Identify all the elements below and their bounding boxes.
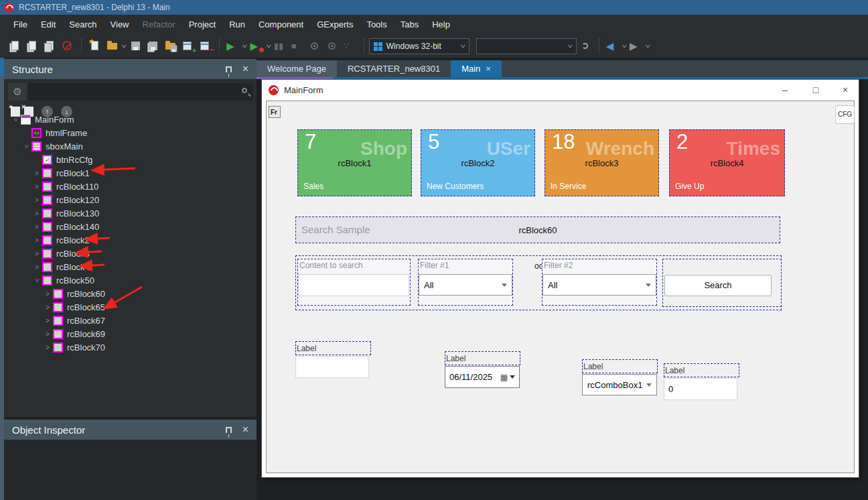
tab-welcome-page[interactable]: Welcome Page [257, 60, 337, 77]
rcblock4[interactable]: 2 Times rcBlock4 Give Up [669, 129, 785, 196]
navigate-forward-icon[interactable]: ▶ [630, 40, 643, 53]
menu-tools[interactable]: Tools [360, 15, 393, 35]
chevron-collapsed-icon[interactable]: > [43, 330, 52, 338]
tab-project[interactable]: RCSTARTER_new8301 [337, 60, 451, 77]
run-dropdown-icon[interactable]: > [240, 44, 250, 48]
field4-label-box[interactable]: Label [664, 363, 739, 377]
chevron-collapsed-icon[interactable]: > [32, 223, 42, 231]
paste-icon[interactable] [9, 40, 22, 53]
menu-view[interactable]: View [104, 15, 136, 35]
platform-selector[interactable]: Windows 32-bit > [369, 38, 469, 54]
chevron-collapsed-icon[interactable]: > [43, 290, 52, 298]
chevron-collapsed-icon[interactable]: > [32, 183, 42, 190]
rccombobox1[interactable]: rcComboBox1 [582, 374, 657, 395]
calendar-icon[interactable]: ▦ [500, 373, 508, 382]
form-close-button[interactable]: × [839, 84, 852, 95]
menu-component[interactable]: Component [252, 15, 310, 35]
menu-tabs[interactable]: Tabs [394, 15, 425, 35]
run-without-debugging-icon[interactable]: ▶ [250, 40, 264, 53]
back-history-dropdown-icon[interactable]: > [620, 44, 629, 48]
tree-item-rcblock130[interactable]: >rcBlock130 [4, 206, 257, 220]
rcblock1[interactable]: 7 Shop rcBlock1 Sales [297, 129, 412, 196]
date-picker[interactable]: 06/11/2025 ▦ [445, 366, 520, 388]
search-sample-header[interactable]: Search Sample rcBlock60 [295, 216, 780, 243]
structure-search-input[interactable] [28, 83, 252, 101]
breakpoints-icon[interactable]: ∵ [344, 40, 357, 53]
filter2-dropdown[interactable]: All [542, 274, 656, 296]
content-to-search-input[interactable] [298, 274, 409, 296]
run-nodebug-dropdown-icon[interactable]: > [264, 44, 273, 48]
tree-item-sboxmain[interactable]: >sboxMain [4, 139, 257, 153]
pin-icon[interactable] [226, 66, 232, 72]
chevron-expanded-icon[interactable]: > [23, 141, 30, 151]
config-selector[interactable]: > [476, 38, 577, 54]
tree-item-rcblock69[interactable]: >rcBlock69 [4, 327, 257, 340]
rcblock2[interactable]: 5 USer rcBlock2 New Customers [421, 129, 535, 196]
navigate-back-icon[interactable]: ◀ [606, 40, 620, 53]
frame-stub[interactable]: Fr [269, 106, 281, 118]
tree-item-rcblock65[interactable]: >rcBlock65 [4, 300, 257, 314]
tree-item-rcblock110[interactable]: >rcBlock110 [4, 180, 257, 193]
tab-main[interactable]: Main× [451, 60, 502, 77]
refresh-icon[interactable] [579, 40, 592, 53]
chevron-collapsed-icon[interactable]: > [32, 237, 42, 244]
close-icon[interactable]: × [242, 424, 248, 435]
gear-icon[interactable]: ⚙ [8, 83, 27, 101]
save-all-icon[interactable] [147, 40, 160, 53]
run-icon[interactable]: ▶ [226, 40, 240, 53]
search-button[interactable]: Search [664, 275, 772, 296]
tree-item-mainform[interactable]: >MainForm [4, 113, 257, 126]
tree-item-btnrccfg[interactable]: ✓btnRcCfg [4, 153, 257, 166]
field1-edit[interactable] [295, 356, 369, 378]
tree-item-rcblock3[interactable]: >rcBlock3 [4, 247, 257, 260]
chevron-collapsed-icon[interactable]: > [32, 263, 42, 271]
field1-label-box[interactable]: Label [295, 341, 371, 355]
open-file-dropdown-icon[interactable]: > [120, 44, 129, 48]
tree-item-rcblock60[interactable]: >rcBlock60 [4, 287, 257, 300]
save-icon[interactable] [129, 40, 143, 53]
tree-item-rcblock120[interactable]: >rcBlock120 [4, 193, 257, 206]
doc-sync-icon[interactable] [44, 40, 57, 53]
menu-search[interactable]: Search [62, 15, 103, 35]
tree-item-htmlframe[interactable]: <>htmlFrame [4, 126, 257, 139]
chevron-collapsed-icon[interactable]: > [32, 170, 42, 177]
add-to-project-icon[interactable]: + [182, 40, 195, 53]
menu-project[interactable]: Project [182, 15, 222, 35]
tree-item-rcblock50[interactable]: >rcBlock50 [4, 273, 257, 287]
remove-from-project-icon[interactable]: − [199, 40, 212, 53]
tree-item-rcblock4[interactable]: >rcBlock4 [4, 260, 257, 273]
step-over-icon[interactable] [326, 40, 340, 53]
close-icon[interactable]: × [242, 64, 248, 74]
tree-item-rcblock70[interactable]: >rcBlock70 [4, 340, 257, 354]
menu-help[interactable]: Help [425, 15, 457, 35]
form-minimize-button[interactable]: – [778, 84, 792, 95]
tree-item-rcblock67[interactable]: >rcBlock67 [4, 314, 257, 327]
chevron-expanded-icon[interactable]: > [33, 275, 41, 285]
save-project-icon[interactable] [164, 40, 177, 53]
tree-item-rcblock1[interactable]: >rcBlock1 [4, 166, 257, 180]
trace-into-icon[interactable] [309, 40, 322, 53]
chevron-collapsed-icon[interactable]: > [32, 210, 42, 217]
cfg-button[interactable]: CFG [835, 105, 855, 124]
field4-edit[interactable] [664, 378, 737, 400]
menu-file[interactable]: File [7, 15, 34, 35]
chevron-collapsed-icon[interactable]: > [32, 250, 42, 257]
tab-close-icon[interactable]: × [486, 64, 491, 74]
tree-item-rcblock140[interactable]: >rcBlock140 [4, 220, 257, 233]
chevron-collapsed-icon[interactable]: > [43, 344, 52, 351]
field3-label-box[interactable]: Label [582, 359, 658, 373]
chevron-collapsed-icon[interactable]: > [43, 317, 52, 324]
open-file-icon[interactable] [106, 40, 119, 53]
pin-icon[interactable] [226, 427, 232, 433]
no-debug-icon[interactable] [61, 40, 74, 53]
chevron-collapsed-icon[interactable]: > [43, 304, 52, 311]
rcblock3[interactable]: 18 Wrench rcBlock3 In Service [545, 129, 659, 196]
new-item-icon[interactable]: ★ [88, 40, 102, 53]
form-maximize-button[interactable]: □ [809, 84, 822, 95]
tree-item-rcblock2[interactable]: >rcBlock2 [4, 233, 257, 247]
menu-run[interactable]: Run [222, 15, 252, 35]
menu-edit[interactable]: Edit [34, 15, 62, 35]
menu-gexperts[interactable]: GExperts [310, 15, 360, 35]
field2-label-box[interactable]: Label [445, 351, 520, 365]
chevron-collapsed-icon[interactable]: > [32, 196, 42, 204]
